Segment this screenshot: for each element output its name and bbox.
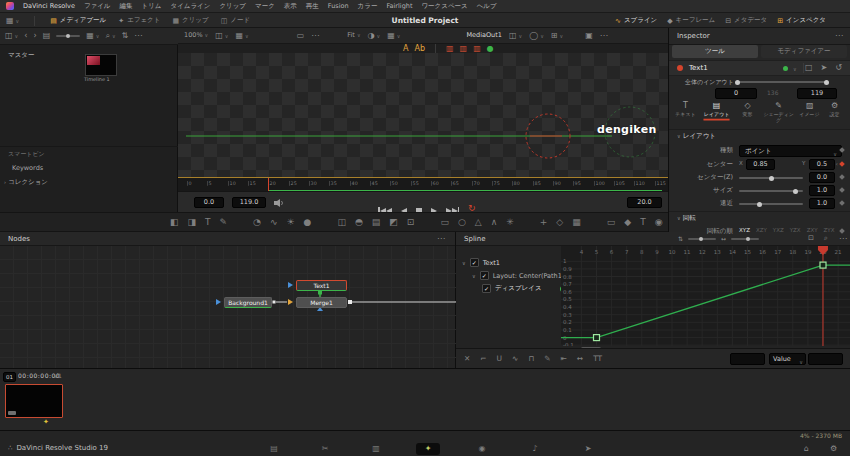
u-ease-icon[interactable]: U (497, 355, 503, 363)
global-out-field[interactable]: 119 (797, 88, 837, 99)
checkbox[interactable]: ✓ (480, 271, 489, 280)
page-cut-icon[interactable]: ✂ (313, 443, 337, 455)
rendered-text[interactable]: dengiken (597, 123, 657, 136)
text-style-ab-icon[interactable]: Ab (414, 45, 425, 53)
mask-red-icon-2[interactable]: ▥ (460, 45, 468, 53)
keyframe-diamond[interactable] (839, 187, 845, 193)
mask-red-icon-1[interactable]: ▥ (446, 45, 454, 53)
menu-item[interactable]: Fairlight (386, 2, 412, 11)
page-deliver-icon[interactable]: ➤ (576, 443, 600, 455)
overlay-grid-icon[interactable]: ⊞∨ (551, 32, 563, 40)
thumb-zoom-slider[interactable] (56, 35, 80, 37)
spline-graph-svg[interactable]: 45678910111213141516171819202110.90.80.7… (561, 246, 850, 346)
text-plus-icon[interactable]: T (205, 218, 211, 227)
media-out-icon[interactable]: ◨ (188, 218, 197, 227)
displacement-curve[interactable] (561, 265, 850, 338)
mask-red-icon-3[interactable]: ▥ (473, 45, 481, 53)
pan-icon[interactable]: ↔ (577, 355, 583, 363)
app-name[interactable]: DaVinci Resolve (23, 2, 75, 11)
center-z-slider[interactable] (739, 177, 803, 179)
loop-button[interactable]: ↻ (468, 205, 476, 212)
menu-item[interactable]: クリップ (219, 2, 246, 11)
smart-bin-keywords[interactable]: Keywords (12, 164, 43, 172)
node-enable-toggle[interactable] (677, 65, 683, 71)
keyframe-diamond[interactable] (839, 228, 845, 234)
color-corrector-icon[interactable]: ◔ (253, 218, 261, 227)
smart-bin-collections[interactable]: › コレクション (4, 178, 48, 187)
category-tab-変形[interactable]: ◇変形 (735, 101, 760, 129)
chevron-down-icon[interactable]: ∨ (793, 66, 797, 72)
transform-icon[interactable]: ⊡ (407, 218, 415, 227)
value-mode-dropdown[interactable]: Value∨ (769, 353, 806, 365)
rotation-section-header[interactable]: ∨ 回転 (677, 214, 696, 223)
ruler-playhead[interactable] (268, 178, 269, 191)
keyframe-point-1[interactable] (820, 262, 826, 268)
bspline-mask-icon[interactable]: ∧ (491, 218, 498, 227)
home-icon[interactable]: ⌂ (804, 445, 809, 453)
page-fairlight-icon[interactable]: ♪ (523, 443, 547, 455)
channel-select-icon[interactable]: ▦∨ (387, 32, 400, 40)
category-tab-設定[interactable]: ⚙設定 (822, 101, 847, 129)
smooth-icon[interactable]: ∿ (512, 355, 518, 363)
output-name[interactable]: MediaOut1 (466, 32, 501, 39)
node-color-dot[interactable] (783, 66, 788, 71)
tab-tools[interactable]: ツール (672, 45, 758, 58)
gain-gamma-icon[interactable]: ◑∨ (368, 32, 381, 40)
camera-3d-icon[interactable]: ◉ (655, 218, 663, 227)
tracker-icon[interactable]: + (540, 218, 548, 227)
grid-view-icon[interactable]: ▦∨ (86, 32, 99, 40)
perspective-slider[interactable] (739, 203, 803, 205)
node-graph[interactable]: Text1 Background1 Merge1 (0, 246, 456, 368)
menu-item[interactable]: Fusion (328, 2, 349, 11)
menu-item[interactable]: タイムライン (170, 2, 210, 11)
forward-icon[interactable]: › (33, 32, 36, 40)
text1-input-arrow[interactable] (288, 282, 293, 288)
h-scale-slider[interactable] (731, 238, 759, 240)
text-style-a-icon[interactable]: A (403, 45, 408, 53)
page-edit-icon[interactable]: ▥ (364, 443, 388, 455)
back-icon[interactable]: ‹ (24, 32, 27, 40)
channel-booleans-icon[interactable]: ◓ (355, 218, 363, 227)
draw-curve-icon[interactable]: ✎ (544, 355, 550, 363)
polygon-mask-icon[interactable]: △ (475, 218, 482, 227)
fit-mode[interactable]: Fit∨ (347, 32, 360, 39)
menu-item[interactable]: 再生 (306, 2, 319, 11)
type-dropdown[interactable]: ポイント∨ (739, 145, 842, 157)
timeline-clip-thumbnail[interactable] (85, 54, 117, 76)
panel-layout-icon[interactable]: ◫∨ (5, 32, 18, 40)
lut-icon[interactable]: ◫∨ (509, 32, 522, 40)
rotation-order-YXZ[interactable]: YXZ (773, 227, 784, 233)
clip-name-label[interactable]: Timeline 1 (84, 76, 110, 81)
bin-master-label[interactable]: マスター (8, 51, 34, 60)
rectangle-mask-icon[interactable]: ▭ (440, 218, 449, 227)
stereo-icon[interactable]: ◯∨ (529, 32, 544, 40)
merge1-output-port[interactable] (348, 300, 352, 304)
settings-gear-icon[interactable]: ⚙ (830, 445, 837, 453)
node-text1[interactable]: Text1 (296, 280, 347, 291)
menu-item[interactable]: 表示 (284, 2, 297, 11)
v-scale-slider[interactable] (688, 238, 716, 240)
magic-mask-icon[interactable]: ✳ (506, 218, 514, 227)
viewer-options-icon[interactable]: ⋯ (311, 32, 319, 40)
ellipse-mask-icon[interactable]: ○ (458, 218, 466, 227)
perspective-field[interactable]: 1.0 (809, 198, 835, 209)
rotation-order-ZYX[interactable]: ZYX (824, 227, 835, 233)
page-fusion-icon[interactable]: ✦ (416, 443, 440, 455)
key-frame-field[interactable] (730, 353, 765, 365)
keyframe-diamond-active[interactable] (839, 161, 845, 167)
pin-icon[interactable]: ➤ (821, 64, 828, 72)
menu-item[interactable]: トリム (142, 2, 162, 11)
chevron-right-icon[interactable]: › (4, 179, 6, 185)
rotation-order-YZX[interactable]: YZX (790, 227, 801, 233)
more-icon[interactable]: ⋯ (134, 32, 142, 40)
inspector-node-name[interactable]: Text1 (689, 64, 708, 72)
blur-icon[interactable]: ● (304, 218, 312, 227)
enable-dot-icon[interactable]: ● (487, 45, 494, 53)
viewer-canvas[interactable]: dengiken (178, 53, 668, 177)
page-color-icon[interactable]: ◉ (470, 443, 494, 455)
inspector-more-icon[interactable]: ⋯ (835, 32, 843, 40)
spline-tree-item-0[interactable]: ∨✓Text1 (462, 258, 500, 267)
center-y-field[interactable]: 0.5 (809, 159, 835, 170)
grid-warp-icon[interactable]: ▦ (572, 218, 581, 227)
delta-keyer-icon[interactable]: ▤ (372, 218, 381, 227)
